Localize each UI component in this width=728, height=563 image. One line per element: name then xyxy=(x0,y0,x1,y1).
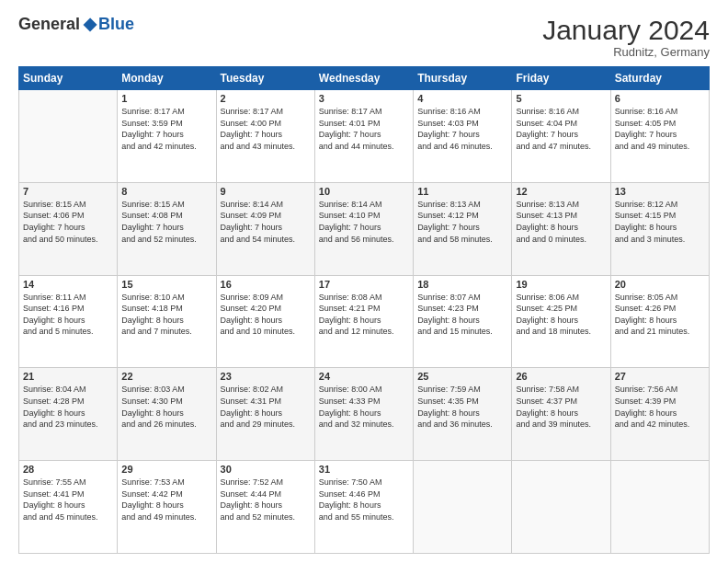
table-row: 4Sunrise: 8:16 AMSunset: 4:03 PMDaylight… xyxy=(414,90,512,183)
daylight-text: Daylight: 8 hours xyxy=(121,315,211,327)
daylight-text: Daylight: 8 hours xyxy=(516,222,606,234)
daylight-text-2: and and 52 minutes. xyxy=(221,511,311,523)
day-number: 18 xyxy=(417,279,507,290)
daylight-text: Daylight: 8 hours xyxy=(615,222,705,234)
daylight-text-2: and and 10 minutes. xyxy=(221,326,311,338)
daylight-text: Daylight: 8 hours xyxy=(23,500,113,511)
table-row: 16Sunrise: 8:09 AMSunset: 4:20 PMDayligh… xyxy=(216,275,314,368)
month-title: January 2024 xyxy=(542,15,710,45)
daylight-text-2: and and 54 minutes. xyxy=(221,234,311,246)
table-row: 11Sunrise: 8:13 AMSunset: 4:12 PMDayligh… xyxy=(414,182,512,275)
day-number: 31 xyxy=(319,464,409,475)
table-row: 18Sunrise: 8:07 AMSunset: 4:23 PMDayligh… xyxy=(414,275,512,368)
daylight-text-2: and and 42 minutes. xyxy=(121,141,211,153)
table-row: 31Sunrise: 7:50 AMSunset: 4:46 PMDayligh… xyxy=(314,461,413,554)
daylight-text-2: and and 29 minutes. xyxy=(221,419,311,431)
daylight-text-2: and and 46 minutes. xyxy=(417,141,507,153)
sunset-text: Sunset: 4:26 PM xyxy=(615,303,705,315)
daylight-text-2: and and 44 minutes. xyxy=(319,141,409,153)
sunrise-text: Sunrise: 7:52 AM xyxy=(221,477,311,488)
sunrise-text: Sunrise: 7:55 AM xyxy=(23,477,113,488)
daylight-text-2: and and 58 minutes. xyxy=(417,234,507,246)
sunset-text: Sunset: 4:28 PM xyxy=(23,396,113,408)
sunrise-text: Sunrise: 8:15 AM xyxy=(121,199,211,211)
sunrise-text: Sunrise: 8:14 AM xyxy=(221,199,311,211)
daylight-text: Daylight: 8 hours xyxy=(615,408,705,419)
day-number: 19 xyxy=(516,279,606,290)
sunrise-text: Sunrise: 8:06 AM xyxy=(516,292,606,304)
location-title: Rudnitz, Germany xyxy=(542,45,710,59)
day-number: 28 xyxy=(23,464,113,475)
day-info: Sunrise: 8:07 AMSunset: 4:23 PMDaylight:… xyxy=(417,292,507,338)
sunset-text: Sunset: 4:03 PM xyxy=(417,118,507,130)
daylight-text: Daylight: 7 hours xyxy=(23,222,113,234)
daylight-text: Daylight: 8 hours xyxy=(319,500,409,511)
sunrise-text: Sunrise: 7:50 AM xyxy=(319,477,409,488)
day-number: 14 xyxy=(23,279,113,290)
daylight-text-2: and and 49 minutes. xyxy=(121,511,211,523)
day-info: Sunrise: 8:08 AMSunset: 4:21 PMDaylight:… xyxy=(319,292,409,338)
daylight-text-2: and and 15 minutes. xyxy=(417,326,507,338)
sunset-text: Sunset: 4:08 PM xyxy=(121,210,211,222)
sunrise-text: Sunrise: 8:00 AM xyxy=(319,384,409,396)
table-row: 8Sunrise: 8:15 AMSunset: 4:08 PMDaylight… xyxy=(118,182,216,275)
sunrise-text: Sunrise: 8:04 AM xyxy=(23,384,113,396)
sunset-text: Sunset: 4:00 PM xyxy=(221,118,311,130)
sunset-text: Sunset: 4:18 PM xyxy=(121,303,211,315)
daylight-text: Daylight: 7 hours xyxy=(417,222,507,234)
header-saturday: Saturday xyxy=(610,67,709,90)
header-sunday: Sunday xyxy=(19,67,118,90)
day-number: 12 xyxy=(516,186,606,197)
calendar-week-row: 28Sunrise: 7:55 AMSunset: 4:41 PMDayligh… xyxy=(19,461,710,554)
calendar-week-row: 7Sunrise: 8:15 AMSunset: 4:06 PMDaylight… xyxy=(19,182,710,275)
sunset-text: Sunset: 4:23 PM xyxy=(417,303,507,315)
day-number: 6 xyxy=(615,93,705,104)
calendar-week-row: 1Sunrise: 8:17 AMSunset: 3:59 PMDaylight… xyxy=(19,90,710,183)
day-number: 15 xyxy=(121,279,211,290)
sunrise-text: Sunrise: 8:17 AM xyxy=(319,106,409,118)
logo-icon xyxy=(82,17,98,33)
sunrise-text: Sunrise: 8:16 AM xyxy=(417,106,507,118)
day-info: Sunrise: 8:13 AMSunset: 4:13 PMDaylight:… xyxy=(516,199,606,245)
sunrise-text: Sunrise: 8:10 AM xyxy=(121,292,211,304)
day-info: Sunrise: 7:52 AMSunset: 4:44 PMDaylight:… xyxy=(221,477,311,523)
day-info: Sunrise: 8:17 AMSunset: 3:59 PMDaylight:… xyxy=(121,106,211,152)
daylight-text: Daylight: 8 hours xyxy=(417,315,507,327)
daylight-text: Daylight: 8 hours xyxy=(516,408,606,419)
daylight-text: Daylight: 8 hours xyxy=(516,315,606,327)
table-row: 22Sunrise: 8:03 AMSunset: 4:30 PMDayligh… xyxy=(118,368,216,461)
day-number: 7 xyxy=(23,186,113,197)
sunrise-text: Sunrise: 8:14 AM xyxy=(319,199,409,211)
daylight-text: Daylight: 8 hours xyxy=(23,315,113,327)
table-row xyxy=(512,461,610,554)
sunset-text: Sunset: 4:15 PM xyxy=(615,210,705,222)
daylight-text-2: and and 26 minutes. xyxy=(121,419,211,431)
day-info: Sunrise: 8:15 AMSunset: 4:08 PMDaylight:… xyxy=(121,199,211,245)
daylight-text-2: and and 55 minutes. xyxy=(319,511,409,523)
sunset-text: Sunset: 4:25 PM xyxy=(516,303,606,315)
day-info: Sunrise: 8:13 AMSunset: 4:12 PMDaylight:… xyxy=(417,199,507,245)
sunrise-text: Sunrise: 7:53 AM xyxy=(121,477,211,488)
header-monday: Monday xyxy=(118,67,216,90)
sunset-text: Sunset: 4:20 PM xyxy=(221,303,311,315)
day-number: 17 xyxy=(319,279,409,290)
sunrise-text: Sunrise: 8:03 AM xyxy=(121,384,211,396)
day-info: Sunrise: 8:15 AMSunset: 4:06 PMDaylight:… xyxy=(23,199,113,245)
table-row: 6Sunrise: 8:16 AMSunset: 4:05 PMDaylight… xyxy=(610,90,709,183)
daylight-text-2: and and 0 minutes. xyxy=(516,234,606,246)
day-info: Sunrise: 8:10 AMSunset: 4:18 PMDaylight:… xyxy=(121,292,211,338)
daylight-text-2: and and 18 minutes. xyxy=(516,326,606,338)
day-number: 25 xyxy=(417,371,507,382)
sunset-text: Sunset: 4:10 PM xyxy=(319,210,409,222)
daylight-text: Daylight: 7 hours xyxy=(121,222,211,234)
day-number: 16 xyxy=(221,279,311,290)
table-row: 13Sunrise: 8:12 AMSunset: 4:15 PMDayligh… xyxy=(610,182,709,275)
sunrise-text: Sunrise: 8:05 AM xyxy=(615,292,705,304)
day-info: Sunrise: 8:16 AMSunset: 4:03 PMDaylight:… xyxy=(417,106,507,152)
table-row xyxy=(414,461,512,554)
table-row: 9Sunrise: 8:14 AMSunset: 4:09 PMDaylight… xyxy=(216,182,314,275)
sunset-text: Sunset: 4:39 PM xyxy=(615,396,705,408)
daylight-text-2: and and 39 minutes. xyxy=(516,419,606,431)
table-row xyxy=(19,90,118,183)
header-wednesday: Wednesday xyxy=(314,67,413,90)
